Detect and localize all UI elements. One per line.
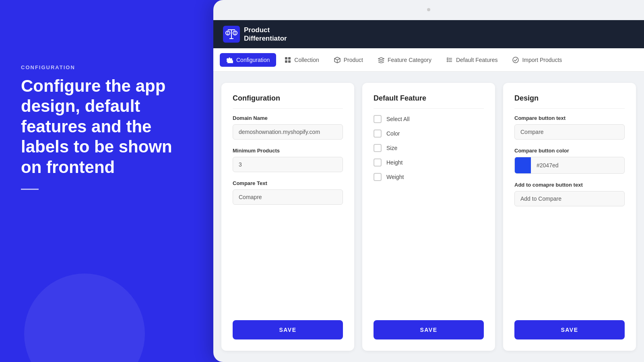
app-content: Configuration Domain Name Minimum Produc… <box>213 72 644 362</box>
compare-btn-color-label: Compare button color <box>514 148 625 154</box>
default-feature-card: Default Feature Select All Color Size He… <box>362 83 495 351</box>
app-wrapper: Product Differentiator Configuration <box>213 0 644 362</box>
app-nav: Configuration Collection <box>213 48 644 72</box>
min-products-group: Minimum Products <box>233 148 343 172</box>
checkbox-item-height[interactable]: Height <box>374 158 484 167</box>
design-card-title: Design <box>514 94 625 109</box>
nav-item-feature-category[interactable]: Feature Category <box>371 53 438 67</box>
nav-label-default-features: Default Features <box>456 57 498 63</box>
checkbox-label-weight: Weight <box>386 174 404 180</box>
nav-label-configuration: Configuration <box>236 57 270 63</box>
svg-point-16 <box>513 57 518 63</box>
main-heading: Configure the app design, default featur… <box>21 76 174 177</box>
logo-text: Product Differentiator <box>244 26 287 43</box>
box-icon <box>334 56 341 64</box>
config-card-title: Configuration <box>233 94 343 109</box>
checkbox-item-color[interactable]: Color <box>374 130 484 138</box>
notch-dot <box>427 8 430 11</box>
nav-label-collection: Collection <box>294 57 319 63</box>
compare-btn-color-field <box>514 157 625 174</box>
nav-item-collection[interactable]: Collection <box>278 53 325 67</box>
nav-item-default-features[interactable]: Default Features <box>440 53 504 67</box>
check-circle-icon <box>512 56 519 64</box>
app-header: Product Differentiator <box>213 20 644 48</box>
nav-label-product: Product <box>344 57 363 63</box>
layers-icon <box>378 56 385 64</box>
checkbox-item-weight[interactable]: Weight <box>374 173 484 181</box>
compare-btn-text-group: Compare button text <box>514 115 625 140</box>
design-card: Design Compare button text Compare butto… <box>503 83 636 351</box>
nav-item-product[interactable]: Product <box>327 53 369 67</box>
domain-name-group: Domain Name <box>233 115 343 140</box>
grid-icon <box>284 56 291 64</box>
left-panel: CONFIGURATION Configure the app design, … <box>21 64 174 190</box>
nav-label-import-products: Import Products <box>522 57 562 63</box>
add-to-compare-text-input[interactable] <box>514 191 625 206</box>
nav-item-configuration[interactable]: Configuration <box>220 53 276 67</box>
default-feature-card-title: Default Feature <box>374 94 484 109</box>
checkbox-box-select-all[interactable] <box>374 115 382 123</box>
add-to-compare-text-group: Add to comapre button text <box>514 182 625 206</box>
design-save-button[interactable]: SAVE <box>514 320 625 339</box>
svg-rect-10 <box>285 60 287 63</box>
checkbox-label-select-all: Select All <box>386 116 410 122</box>
compare-btn-color-group: Compare button color <box>514 148 625 174</box>
domain-name-input[interactable] <box>233 124 343 140</box>
checkbox-item-size[interactable]: Size <box>374 144 484 152</box>
min-products-input[interactable] <box>233 157 343 172</box>
config-save-button[interactable]: SAVE <box>233 320 343 339</box>
logo-icon <box>223 26 240 43</box>
gear-icon <box>226 56 233 64</box>
decorative-circle <box>24 274 145 362</box>
checkbox-box-color[interactable] <box>374 130 382 138</box>
app-logo: Product Differentiator <box>223 26 287 43</box>
config-label: CONFIGURATION <box>21 64 174 70</box>
configuration-card: Configuration Domain Name Minimum Produc… <box>221 83 354 351</box>
default-feature-save-button[interactable]: SAVE <box>374 320 484 339</box>
compare-text-input[interactable] <box>233 189 343 205</box>
add-to-compare-text-label: Add to comapre button text <box>514 182 625 188</box>
svg-rect-9 <box>288 57 291 60</box>
compare-btn-text-label: Compare button text <box>514 115 625 121</box>
checkbox-list: Select All Color Size Height Weight <box>374 115 484 320</box>
nav-item-import-products[interactable]: Import Products <box>506 53 568 67</box>
min-products-label: Minimum Products <box>233 148 343 154</box>
compare-btn-text-input[interactable] <box>514 124 625 140</box>
color-swatch[interactable] <box>515 157 531 173</box>
checkbox-box-height[interactable] <box>374 158 382 167</box>
checkbox-box-weight[interactable] <box>374 173 382 181</box>
list-check-icon <box>446 56 453 64</box>
checkbox-item-select-all[interactable]: Select All <box>374 115 484 123</box>
svg-rect-11 <box>288 60 291 63</box>
domain-name-label: Domain Name <box>233 115 343 121</box>
checkbox-label-size: Size <box>386 145 397 151</box>
color-value-input[interactable] <box>531 158 624 173</box>
checkbox-label-height: Height <box>386 159 402 166</box>
checkbox-label-color: Color <box>386 130 400 137</box>
svg-rect-8 <box>285 57 287 60</box>
checkbox-box-size[interactable] <box>374 144 382 152</box>
compare-text-label: Compare Text <box>233 180 343 186</box>
nav-label-feature-category: Feature Category <box>388 57 431 63</box>
compare-text-group: Compare Text <box>233 180 343 205</box>
divider <box>21 189 39 190</box>
